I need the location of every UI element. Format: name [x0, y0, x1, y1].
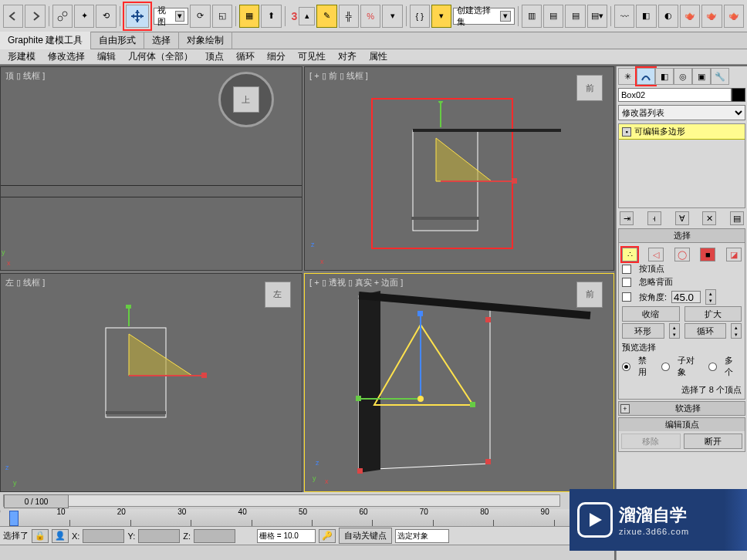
- edge-subobj-button[interactable]: ◁: [648, 248, 664, 261]
- tab-objpaint[interactable]: 对象绘制: [179, 32, 232, 49]
- modifier-list-select[interactable]: 修改器列表: [618, 105, 745, 120]
- configure-button[interactable]: ▤: [730, 211, 744, 225]
- menu-edit[interactable]: 编辑: [93, 49, 120, 64]
- element-subobj-button[interactable]: ◪: [726, 248, 742, 261]
- chevron-down-icon[interactable]: ▾: [175, 11, 184, 22]
- modify-tab[interactable]: [637, 68, 655, 85]
- pivot-button[interactable]: %: [360, 5, 380, 28]
- hierarchy-tab[interactable]: ◧: [655, 68, 674, 85]
- sel-lock-icon[interactable]: 👤: [52, 529, 69, 543]
- menu-visibility[interactable]: 可见性: [293, 49, 330, 64]
- redo-button[interactable]: [25, 5, 45, 28]
- pin-stack-button[interactable]: ⇥: [620, 211, 634, 225]
- link-button[interactable]: [52, 5, 73, 28]
- remove-button[interactable]: 移除: [621, 433, 681, 449]
- layer-manager[interactable]: ▤▾: [587, 5, 607, 28]
- shrink-button[interactable]: 收缩: [622, 306, 680, 322]
- named-selection-combo[interactable]: 创建选择集▾: [453, 8, 515, 25]
- scale-button[interactable]: ◱: [212, 5, 232, 28]
- menu-mod-sel[interactable]: 修改选择: [43, 49, 90, 64]
- snap-toggle[interactable]: ▦: [239, 5, 259, 28]
- viewcube[interactable]: 上: [218, 72, 274, 127]
- radio-disable[interactable]: [622, 363, 630, 371]
- create-tab[interactable]: ✳: [618, 68, 637, 85]
- tab-selection[interactable]: 选择: [144, 32, 179, 49]
- viewport-perspective[interactable]: [ + ▯ 透视 ▯ 真实 + 边面 ] 前 x y z: [304, 273, 614, 492]
- radio-subobj[interactable]: [661, 363, 670, 371]
- spinner[interactable]: ▴▾: [731, 323, 742, 339]
- break-button[interactable]: 断开: [684, 433, 743, 449]
- polygon-subobj-button[interactable]: ■: [700, 248, 715, 261]
- chevron-down-icon[interactable]: ▾: [500, 11, 510, 22]
- rollout-bar[interactable]: +软选择: [619, 402, 745, 415]
- material-editor[interactable]: ◐: [658, 5, 678, 28]
- key-icon[interactable]: 🔑: [319, 529, 336, 543]
- undo-button[interactable]: [3, 5, 23, 28]
- mirror-tool[interactable]: ▥: [522, 5, 542, 28]
- spinner[interactable]: ▴▾: [669, 323, 680, 339]
- rollout-header[interactable]: 选择: [619, 229, 745, 243]
- modifier-stack[interactable]: ▪ 可编辑多边形: [618, 123, 745, 208]
- vertex-subobj-button[interactable]: ∴: [622, 248, 637, 261]
- grow-button[interactable]: 扩大: [684, 306, 742, 322]
- radio-multi[interactable]: [708, 363, 717, 371]
- spinner-up[interactable]: ▴: [299, 7, 315, 25]
- motion-tab[interactable]: ◎: [674, 68, 692, 85]
- named-sel-dd[interactable]: ▾: [431, 5, 451, 28]
- remove-mod-button[interactable]: ✕: [702, 211, 716, 225]
- object-name-input[interactable]: [618, 88, 732, 102]
- sel-filter-combo[interactable]: 选定对象: [395, 529, 449, 543]
- render-button[interactable]: 🫖: [724, 5, 744, 28]
- render-frame[interactable]: 🫖: [701, 5, 722, 28]
- unique-button[interactable]: ∀: [675, 211, 689, 225]
- mirror-button[interactable]: ▾: [382, 5, 402, 28]
- menu-poly-model[interactable]: 形建模: [3, 49, 40, 64]
- time-slider-track[interactable]: 0 / 100: [3, 494, 560, 507]
- schematic-view[interactable]: ◧: [636, 5, 656, 28]
- rollout-bar[interactable]: 编辑顶点: [619, 418, 745, 431]
- render-setup[interactable]: 🫖: [680, 5, 700, 28]
- menu-loop[interactable]: 循环: [232, 49, 259, 64]
- curve-editor[interactable]: 〰: [614, 5, 634, 28]
- loop-button[interactable]: 循环: [684, 323, 727, 339]
- tab-graphite[interactable]: Graphite 建模工具: [0, 32, 91, 49]
- border-subobj-button[interactable]: ◯: [674, 248, 690, 261]
- axis-button[interactable]: ╬: [339, 5, 359, 28]
- unlink-button[interactable]: ✦: [74, 5, 94, 28]
- viewport-left[interactable]: 左 ▯ 线框 ] 左 y z: [0, 273, 303, 492]
- select-move-button[interactable]: [126, 5, 149, 28]
- checkbox[interactable]: [622, 292, 631, 302]
- viewport-front[interactable]: [ + ▯ 前 ▯ 线框 ] 前 x z: [304, 66, 614, 271]
- tab-freeform[interactable]: 自由形式: [91, 32, 144, 49]
- utilities-tab[interactable]: 🔧: [711, 68, 729, 85]
- menu-vertex[interactable]: 顶点: [201, 49, 228, 64]
- rotate-button[interactable]: ⟳: [190, 5, 210, 28]
- autokey-button[interactable]: 自动关键点: [339, 528, 392, 544]
- layers-button[interactable]: ▤: [565, 5, 585, 28]
- modifier-stack-item[interactable]: ▪ 可编辑多边形: [619, 124, 745, 140]
- checkbox[interactable]: [622, 278, 631, 287]
- viewcube[interactable]: 前: [576, 75, 603, 101]
- viewport-top[interactable]: 顶 ▯ 线框 ] 上 x y: [0, 66, 303, 271]
- ring-button[interactable]: 环形: [622, 323, 664, 339]
- edit-named-sel[interactable]: { }: [410, 5, 430, 28]
- menu-subdiv[interactable]: 细分: [262, 49, 290, 64]
- z-field[interactable]: [194, 529, 235, 543]
- lock-icon[interactable]: 🔒: [32, 529, 49, 543]
- object-color-swatch[interactable]: [732, 88, 745, 102]
- angle-snap[interactable]: ⬆: [261, 5, 281, 28]
- align-tool[interactable]: ▤: [543, 5, 563, 28]
- menu-props[interactable]: 属性: [364, 49, 392, 64]
- checkbox[interactable]: [622, 265, 631, 274]
- time-ruler[interactable]: 0102030405060708090100: [0, 509, 614, 526]
- display-tab[interactable]: ▣: [692, 68, 711, 85]
- spinner[interactable]: ▴▾: [705, 289, 716, 305]
- expand-icon[interactable]: ▪: [622, 127, 631, 137]
- show-end-button[interactable]: ⫞: [647, 211, 661, 225]
- x-field[interactable]: [83, 529, 124, 543]
- time-slider-thumb[interactable]: 0 / 100: [4, 494, 69, 508]
- y-field[interactable]: [138, 529, 180, 543]
- bind-button[interactable]: ⟲: [96, 5, 116, 28]
- menu-align[interactable]: 对齐: [333, 49, 361, 64]
- percent-snap[interactable]: ✎: [316, 5, 336, 28]
